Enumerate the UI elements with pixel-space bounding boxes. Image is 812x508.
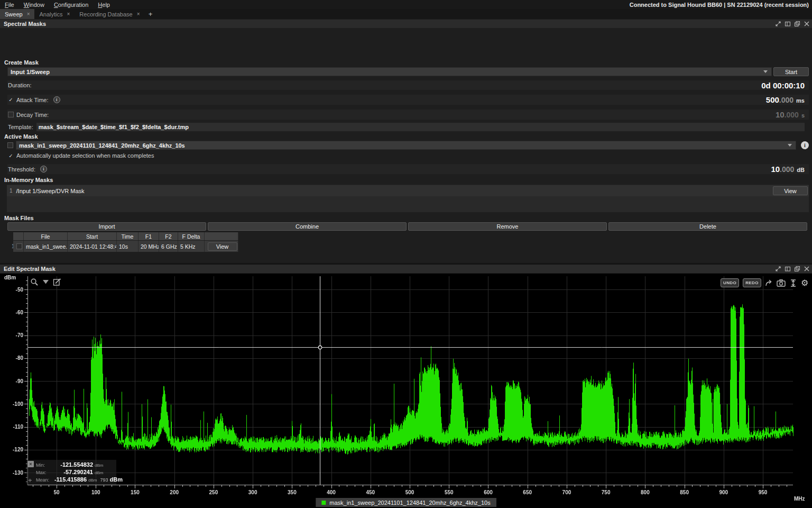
attack-time-checkbox[interactable]: ✓ [8, 97, 14, 103]
start-button[interactable]: Start [773, 67, 809, 76]
mean-value: -115.415886 [53, 476, 87, 483]
menu-configuration[interactable]: Configuration [49, 2, 93, 8]
duration-row: Duration: 0d 00:00:10 [7, 80, 809, 90]
combine-button[interactable]: Combine [208, 222, 407, 231]
decay-time-label: Decay Time: [16, 112, 49, 118]
dock-icon[interactable] [785, 21, 791, 27]
close-icon[interactable]: × [27, 461, 34, 467]
file-cell[interactable]: mask_in1_swee... [24, 241, 68, 252]
float-icon[interactable] [794, 21, 800, 27]
tab-analytics[interactable]: Analytics× [34, 9, 75, 19]
zoom-icon[interactable] [30, 278, 39, 286]
in-memory-mask-row[interactable]: 1 /Input 1/Sweep/DVR Mask View [7, 185, 809, 196]
new-tab-button[interactable]: + [145, 9, 156, 19]
fdelta-cell[interactable]: 5 KHz [178, 241, 205, 252]
close-icon[interactable] [804, 21, 810, 27]
view-file-button[interactable]: View [208, 242, 237, 251]
mean-stat-row: Mean: -115.415886 dBm 793 dBm [36, 476, 123, 483]
column-header-File[interactable]: File [24, 232, 68, 240]
vertical-scale-icon[interactable] [789, 279, 797, 287]
f2-cell[interactable]: 6 GHz [159, 241, 178, 252]
create-mask-heading: Create Mask [4, 59, 39, 66]
mask-files-heading: Mask Files [4, 215, 34, 221]
import-button[interactable]: Import [7, 222, 206, 231]
connection-status: Connected to Signal Hound BB60 | SN 2212… [630, 2, 809, 8]
row-checkbox-cell[interactable] [13, 241, 24, 252]
row-checkbox[interactable] [16, 243, 22, 249]
tab-close-icon[interactable]: × [137, 11, 140, 17]
mask-info-button[interactable]: i [801, 141, 809, 149]
camera-icon[interactable] [777, 279, 786, 287]
active-mask-checkbox[interactable] [7, 142, 13, 148]
f1-cell[interactable]: 20 MHz [139, 241, 159, 252]
decay-time-checkbox[interactable] [8, 112, 14, 117]
column-header-blank[interactable] [205, 232, 238, 240]
view-mask-button[interactable]: View [773, 186, 808, 195]
active-mask-value: mask_in1_sweep_20241101_124841_20mhz_6gh… [19, 142, 185, 149]
auto-update-label: Automatically update selection when mask… [16, 152, 154, 159]
menu-window[interactable]: Window [19, 2, 49, 8]
tab-close-icon[interactable]: × [67, 11, 70, 17]
column-header-F1[interactable]: F1 [139, 232, 159, 240]
max-value: -57.290241 [55, 469, 93, 475]
edit-mask-panel-header: Edit Spectral Mask [0, 265, 812, 273]
float-icon[interactable] [794, 266, 800, 272]
mask-source-select[interactable]: Input 1/Sweep [7, 67, 772, 76]
spectral-masks-panel-body: Create Mask Input 1/Sweep Start Duration… [0, 28, 812, 263]
delete-button[interactable]: Delete [608, 222, 807, 231]
view-cell[interactable]: View [205, 241, 238, 252]
dock-icon[interactable] [785, 266, 791, 272]
threshold-value[interactable]: 10.000dB [771, 165, 805, 174]
tab-recording-database[interactable]: Recording Database× [75, 9, 144, 19]
expand-icon[interactable] [775, 266, 781, 272]
column-header-Time[interactable]: Time [117, 232, 139, 240]
template-label: Template: [8, 124, 33, 130]
template-input[interactable]: mask_$stream_$date_$time_$f1_$f2_$fdelta… [36, 123, 805, 131]
gear-icon[interactable]: ⚙ [801, 279, 808, 287]
tab-label: Analytics [39, 11, 62, 17]
time-cell[interactable]: 10s [117, 241, 139, 252]
expand-icon[interactable] [775, 21, 781, 27]
remove-button[interactable]: Remove [408, 222, 607, 231]
export-icon[interactable] [765, 279, 773, 287]
undo-button[interactable]: UNDO [721, 278, 739, 287]
tab-sweep[interactable]: Sweep× [0, 9, 34, 19]
tab-label: Sweep [5, 11, 23, 17]
decay-time-value: 10.000s [776, 110, 805, 119]
chevron-down-icon [788, 144, 792, 147]
attack-time-row: ✓ Attack Time: i 500.000ms [7, 95, 809, 105]
in-memory-heading: In-Memory Masks [4, 177, 53, 183]
menu-items: FileWindowConfigurationHelp [0, 2, 115, 8]
edit-notes-icon[interactable] [53, 278, 61, 286]
cursor-readout-fragment: 793 [100, 477, 108, 483]
menu-file[interactable]: File [0, 2, 19, 8]
spectral-mask-chart[interactable]: dBm MHz UNDO REDO ⚙ × + Min: -121.554832… [0, 274, 812, 508]
trace-legend[interactable]: mask_in1_sweep_20241101_124841_20mhz_6gh… [316, 498, 496, 507]
legend-label: mask_in1_sweep_20241101_124841_20mhz_6gh… [329, 500, 490, 506]
column-header-Start[interactable]: Start [68, 232, 117, 240]
redo-button[interactable]: REDO [743, 278, 761, 287]
active-mask-select[interactable]: mask_in1_sweep_20241101_124841_20mhz_6gh… [16, 141, 796, 150]
column-header-blank[interactable] [13, 232, 24, 240]
threshold-row: Threshold: i 10.000dB [7, 164, 809, 174]
attack-time-label: Attack Time: [16, 97, 49, 103]
info-icon[interactable]: i [40, 166, 47, 173]
column-header-F2[interactable]: F2 [159, 232, 178, 240]
info-icon[interactable]: i [53, 96, 60, 103]
tab-close-icon[interactable]: × [27, 11, 30, 17]
crosshair-icon: + [28, 476, 32, 484]
spectrum-trace-canvas[interactable] [0, 274, 812, 508]
mask-path: /Input 1/Sweep/DVR Mask [16, 188, 85, 194]
column-header-F Delta[interactable]: F Delta [178, 232, 205, 240]
spectral-masks-panel-header: Spectral Masks [0, 20, 812, 28]
decay-time-row: Decay Time: 10.000s [7, 110, 809, 120]
close-icon[interactable] [804, 266, 810, 272]
menu-help[interactable]: Help [93, 2, 115, 8]
x-axis-unit-label: MHz [794, 496, 805, 502]
dropdown-triangle-icon[interactable] [43, 280, 49, 284]
template-row: Template: mask_$stream_$date_$time_$f1_$… [7, 123, 809, 131]
max-stat-row: Max: -57.290241 dBm [36, 469, 114, 475]
auto-update-checkbox[interactable]: ✓ [8, 153, 14, 159]
attack-time-value[interactable]: 500.000ms [766, 95, 805, 104]
start-cell[interactable]: 2024-11-01 12:48:41 [68, 241, 117, 252]
